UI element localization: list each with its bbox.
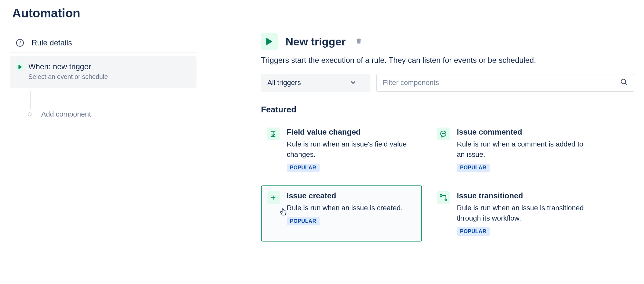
popular-badge: POPULAR	[287, 217, 320, 225]
svg-point-9	[440, 194, 442, 196]
trigger-card-issue-created[interactable]: Issue created Rule is run when an issue …	[261, 185, 422, 241]
svg-line-1	[625, 83, 627, 85]
transition-icon	[437, 191, 450, 204]
search-icon	[620, 78, 628, 87]
timeline-dot-icon	[28, 112, 32, 116]
play-icon	[16, 63, 24, 71]
card-title: Issue commented	[457, 128, 586, 137]
page-title: Automation	[12, 6, 634, 20]
trigger-card-issue-transitioned[interactable]: Issue transitioned Rule is run when an i…	[431, 185, 592, 241]
plus-icon	[267, 191, 280, 204]
svg-point-0	[621, 79, 626, 84]
card-title: Issue transitioned	[457, 191, 586, 200]
delete-button[interactable]	[355, 37, 362, 46]
select-value: All triggers	[267, 79, 301, 87]
comment-icon	[437, 128, 450, 140]
trigger-step-title: When: new trigger	[28, 62, 190, 71]
add-component-button[interactable]: Add component	[29, 110, 197, 118]
add-component-label: Add component	[41, 110, 91, 118]
trigger-step-subtitle: Select an event or schedule	[28, 73, 190, 80]
card-title: Field value changed	[287, 128, 416, 137]
trigger-step[interactable]: When: new trigger Select an event or sch…	[10, 56, 197, 88]
card-description: Rule is run when an issue's field value …	[287, 139, 416, 160]
card-description: Rule is run when a comment is added to a…	[457, 139, 586, 160]
trigger-category-select[interactable]: All triggers	[261, 74, 370, 92]
download-icon	[267, 128, 280, 140]
card-description: Rule is run when an issue is transitione…	[457, 203, 586, 223]
rule-details-item[interactable]: i Rule details	[10, 33, 197, 53]
main-title: New trigger	[285, 35, 346, 48]
sidebar: i Rule details When: new trigger Select …	[10, 33, 197, 241]
popular-badge: POPULAR	[287, 164, 320, 172]
search-input[interactable]	[383, 79, 616, 87]
trigger-card-field-value-changed[interactable]: Field value changed Rule is run when an …	[261, 122, 422, 178]
svg-point-10	[445, 199, 447, 201]
main-panel: New trigger Triggers start the execution…	[261, 33, 634, 241]
popular-badge: POPULAR	[457, 164, 490, 172]
rule-details-label: Rule details	[32, 38, 72, 47]
cursor-icon	[280, 207, 287, 217]
popular-badge: POPULAR	[457, 227, 490, 236]
search-field[interactable]	[376, 74, 634, 92]
info-icon: i	[16, 39, 24, 47]
trigger-card-issue-commented[interactable]: Issue commented Rule is run when a comme…	[431, 122, 592, 178]
card-description: Rule is run when an issue is created.	[287, 203, 403, 213]
play-icon	[261, 33, 278, 50]
main-description: Triggers start the execution of a rule. …	[261, 56, 634, 65]
section-title: Featured	[261, 105, 634, 115]
card-title: Issue created	[287, 191, 403, 200]
chevron-down-icon	[351, 79, 356, 87]
